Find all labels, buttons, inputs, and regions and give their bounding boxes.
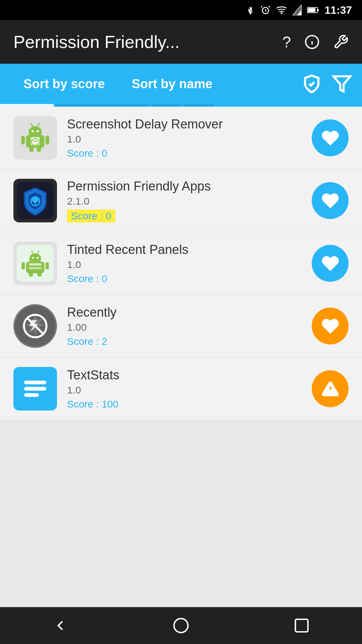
svg-rect-6 — [317, 9, 319, 11]
app-score-1: Score : 0 — [67, 148, 312, 159]
shield-check-icon[interactable] — [302, 74, 322, 94]
app-bar: Permission Friendly... ? — [0, 20, 362, 64]
app-name-1: Screenshot Delay Remover — [67, 117, 312, 131]
app-version-1: 1.0 — [67, 133, 312, 145]
svg-rect-38 — [46, 262, 49, 270]
tab-indicator-4 — [184, 104, 214, 107]
status-bar: 11:37 — [0, 0, 362, 20]
svg-rect-21 — [29, 147, 34, 152]
svg-point-32 — [29, 253, 41, 264]
svg-point-1 — [281, 12, 282, 14]
tab-indicator-active — [0, 104, 54, 107]
app-icon-pfa[interactable] — [13, 179, 57, 222]
status-time: 11:37 — [324, 4, 352, 16]
svg-marker-11 — [334, 76, 350, 92]
favorite-button-2[interactable] — [312, 182, 349, 219]
sort-by-score-button[interactable]: Sort by score — [10, 64, 118, 104]
app-icon-trp[interactable] — [13, 241, 57, 285]
list-item: TextStats 1.0 Score : 100 — [0, 358, 362, 420]
sort-bar: Sort by score Sort by name — [0, 64, 362, 104]
wifi-icon — [276, 5, 287, 15]
list-item: Tinted Recent Panels 1.0 Score : 0 — [0, 232, 362, 295]
help-icon[interactable]: ? — [282, 33, 291, 51]
favorite-button-3[interactable] — [312, 245, 349, 282]
app-name-4: Recently — [67, 305, 312, 320]
svg-rect-49 — [24, 393, 39, 397]
sort-by-name-button[interactable]: Sort by name — [118, 64, 226, 104]
app-version-4: 1.00 — [67, 322, 312, 333]
home-button[interactable] — [173, 617, 189, 634]
svg-point-34 — [37, 257, 39, 259]
list-item: Permission Friendly Apps 2.1.0 Score : 0 — [0, 169, 362, 232]
list-item: Recently 1.00 Score : 2 — [0, 295, 362, 358]
svg-rect-47 — [24, 381, 46, 384]
app-score-5: Score : 100 — [67, 398, 312, 410]
filter-icon[interactable] — [332, 74, 352, 94]
app-list: Screenshot Delay Remover 1.0 Score : 0 — [0, 107, 362, 420]
svg-rect-7 — [308, 8, 315, 12]
app-score-3: Score : 0 — [67, 273, 312, 284]
recents-button[interactable] — [293, 617, 310, 634]
favorite-button-4[interactable] — [312, 308, 349, 344]
svg-rect-39 — [29, 272, 33, 276]
app-score-4: Score : 2 — [67, 336, 312, 347]
app-version-5: 1.0 — [67, 384, 312, 396]
app-info-4: Recently 1.00 Score : 2 — [67, 305, 312, 347]
app-name-2: Permission Friendly Apps — [67, 179, 312, 194]
sort-bar-icons — [302, 74, 352, 94]
svg-rect-53 — [295, 619, 308, 632]
svg-rect-20 — [46, 136, 49, 144]
app-info-1: Screenshot Delay Remover 1.0 Score : 0 — [67, 117, 312, 159]
svg-point-52 — [174, 619, 188, 633]
svg-rect-19 — [21, 136, 25, 144]
tab-indicators — [0, 104, 362, 107]
svg-point-15 — [32, 130, 34, 132]
bluetooth-icon — [245, 4, 255, 16]
svg-point-33 — [32, 257, 34, 259]
app-title: Permission Friendly... — [13, 32, 180, 52]
battery-icon — [307, 6, 319, 14]
settings-icon[interactable] — [333, 34, 349, 50]
status-icons: 11:37 — [245, 4, 352, 16]
svg-rect-42 — [29, 267, 41, 269]
app-icon-screenshot[interactable] — [13, 116, 57, 160]
app-info-2: Permission Friendly Apps 2.1.0 Score : 0 — [67, 179, 312, 222]
signal-icon — [292, 5, 302, 15]
app-info-5: TextStats 1.0 Score : 100 — [67, 368, 312, 410]
alarm-icon — [260, 5, 271, 15]
favorite-button-1[interactable] — [312, 119, 349, 156]
info-icon[interactable] — [304, 34, 320, 50]
svg-point-14 — [28, 126, 42, 138]
svg-rect-22 — [37, 147, 41, 152]
app-version-2: 2.1.0 — [67, 196, 312, 207]
list-item: Screenshot Delay Remover 1.0 Score : 0 — [0, 107, 362, 169]
back-button[interactable] — [52, 617, 69, 634]
svg-rect-41 — [29, 263, 41, 266]
tab-indicator-3 — [152, 104, 182, 107]
warning-button-5[interactable] — [312, 370, 349, 407]
svg-rect-37 — [21, 262, 25, 270]
app-icon-recently[interactable] — [13, 304, 57, 348]
app-version-3: 1.0 — [67, 259, 312, 270]
app-name-5: TextStats — [67, 368, 312, 382]
bottom-nav — [0, 607, 362, 644]
svg-point-16 — [37, 130, 39, 132]
app-bar-actions: ? — [282, 33, 349, 51]
app-name-3: Tinted Recent Panels — [67, 243, 312, 257]
app-score-2: Score : 0 — [67, 210, 115, 222]
app-info-3: Tinted Recent Panels 1.0 Score : 0 — [67, 243, 312, 284]
app-icon-textstats[interactable] — [13, 367, 57, 411]
tab-indicator-2 — [56, 104, 149, 107]
svg-rect-40 — [38, 272, 42, 276]
svg-rect-48 — [24, 387, 46, 391]
